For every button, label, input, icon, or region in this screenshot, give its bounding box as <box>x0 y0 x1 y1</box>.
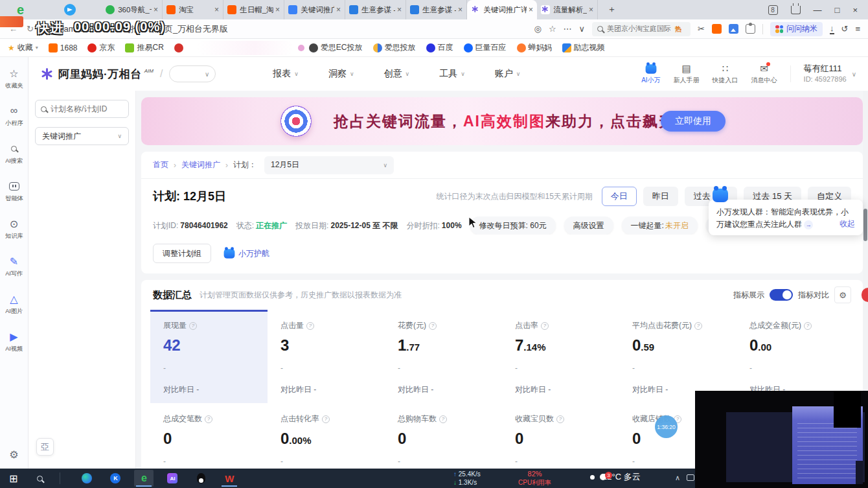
bookmark-star-icon[interactable]: ☆ <box>549 24 556 34</box>
theme-skin-icon[interactable] <box>791 6 801 14</box>
ai-assistant-button[interactable]: 问问纳米 <box>770 22 823 36</box>
taskbar-app-qq[interactable] <box>191 470 211 487</box>
bookmark-aisi-ec[interactable]: 爱思EC投放 <box>309 42 363 53</box>
bookmark-juliang[interactable]: 巨量百应 <box>464 42 507 53</box>
bookmark-1688[interactable]: 1688 <box>49 43 78 52</box>
plan-search-input[interactable] <box>51 104 123 113</box>
bookmark-aisi[interactable]: 爱思投放 <box>373 42 416 53</box>
taskbar-app-wps[interactable]: W <box>220 470 239 487</box>
tray-folder-icon[interactable] <box>687 474 694 481</box>
quick-entry-button[interactable]: ∷快捷入口 <box>713 63 738 85</box>
screenshot-scissors-icon[interactable]: ✂ <box>698 24 705 34</box>
tab-close-icon[interactable]: × <box>589 5 593 14</box>
tab-taobao[interactable]: 淘宝× <box>163 0 223 19</box>
range-yesterday[interactable]: 昨日 <box>643 187 678 206</box>
tab-close-icon[interactable]: × <box>529 5 533 14</box>
metric-card-cvr[interactable]: 点击转化率? 0.00% - 对比昨日 - <box>268 403 385 469</box>
product-select[interactable]: 关键词推广 ∨ <box>35 127 129 145</box>
timer-badge[interactable]: 1:36:20 <box>655 415 678 438</box>
tab-close-icon[interactable]: × <box>397 5 402 14</box>
sidebar-item-agent[interactable]: 智能体 <box>5 180 24 203</box>
bookmark-unlabeled[interactable] <box>174 43 186 52</box>
metric-card-ctr[interactable]: 点击率? 7.14% - 对比昨日 - <box>502 310 619 403</box>
nav-creative[interactable]: 创意∨ <box>384 68 410 80</box>
metric-card-cost[interactable]: 花费(元)? 1.77 - 对比昨日 - <box>385 310 502 403</box>
sidebar-item-ai-writing[interactable]: ✎AI写作 <box>5 255 23 278</box>
pip-video-overlay[interactable] <box>695 391 868 488</box>
taskbar-search-icon[interactable] <box>37 472 43 484</box>
download-icon[interactable]: ↓ <box>830 24 834 34</box>
capture-icon[interactable] <box>729 24 738 34</box>
breadcrumb-section[interactable]: 关键词推广 <box>181 159 220 170</box>
brand-logo[interactable]: 阿里妈妈·万相台 AIM / ∨ <box>40 65 216 82</box>
minimize-button[interactable]: — <box>814 5 822 15</box>
bookmark-chanmama[interactable]: 蝉妈妈 <box>517 42 552 53</box>
maximize-button[interactable]: □ <box>835 5 840 15</box>
tab-sycm-1[interactable]: 生意参谋 - 零× <box>345 0 406 19</box>
metric-card-impressions[interactable]: 展现量? 42 - 对比昨日 - <box>150 310 268 403</box>
tab-close-icon[interactable]: × <box>214 5 219 14</box>
new-tab-button[interactable]: ＋ <box>607 4 616 16</box>
tab-sycm-2[interactable]: 生意参谋 - 零× <box>406 0 467 19</box>
metric-card-total-gmv[interactable]: 总成交金额(元)? 0.00 - 对比昨日 - <box>737 310 854 403</box>
bookmark-lizhi-video[interactable]: 励志视频 <box>562 42 605 53</box>
range-today[interactable]: 今日 <box>602 187 637 206</box>
settings-gear-icon[interactable]: ⚙ <box>9 448 18 461</box>
tab-360-nav[interactable]: 360导航_一个× <box>102 0 163 19</box>
chevron-down-icon[interactable]: ∨ <box>579 24 586 34</box>
quick-search-box[interactable]: 美团京小淘宝庭国际 热 <box>592 22 691 36</box>
sidebar-item-ai-video[interactable]: ▶AI视频 <box>5 331 23 353</box>
metric-settings-button[interactable]: ⚙ <box>834 286 851 303</box>
xiaowan-guard-button[interactable]: 小万护航 <box>223 248 269 259</box>
tab-traffic-analysis[interactable]: 流量解析_万相× <box>537 0 598 19</box>
tab-birthday-hat[interactable]: 生日帽_淘宝搜× <box>223 0 284 19</box>
message-center-button[interactable]: ✉消息中心 <box>751 63 777 85</box>
extensions-icon[interactable] <box>746 24 755 34</box>
weather-widget[interactable]: 3 12°C 多云 <box>597 471 641 483</box>
sidebar-item-knowledge[interactable]: ⊙知识库 <box>5 218 24 240</box>
plan-search-box[interactable] <box>35 100 129 118</box>
tab-close-icon[interactable]: × <box>275 5 280 14</box>
tab-close-icon[interactable]: × <box>458 5 463 14</box>
tray-expand-icon[interactable]: ∧ <box>675 474 680 482</box>
banner-cta-button[interactable]: 立即使用 <box>661 111 725 132</box>
metric-card-orders[interactable]: 总成交笔数? 0 - 对比昨日 - <box>150 403 268 469</box>
metric-card-carts[interactable]: 总购物车数? 0 - 对比昨日 - <box>385 403 502 469</box>
metric-display-toggle[interactable] <box>770 289 793 301</box>
game-center-icon[interactable] <box>712 24 722 34</box>
more-icon[interactable]: ⋯ <box>564 24 572 34</box>
bookmark-jd[interactable]: 京东 <box>87 42 115 53</box>
user-account[interactable]: 莓有红111 ID: 45927896 ∨ <box>804 64 856 84</box>
bookmark-baidu[interactable]: 百度 <box>426 42 453 53</box>
collapse-link[interactable]: 收起 <box>839 218 855 230</box>
browser-logo-icon[interactable]: e <box>17 3 24 16</box>
bookmark-favorites[interactable]: ★收藏▾ <box>8 42 38 53</box>
ai-xiaowan-button[interactable]: AI小万 <box>641 63 660 85</box>
refresh-icon[interactable]: ↻ <box>27 24 34 34</box>
floating-widget[interactable]: 亞 <box>36 438 54 456</box>
tab-count-badge[interactable]: 8 <box>768 5 778 15</box>
nav-tools[interactable]: 工具∨ <box>439 68 465 80</box>
menu-icon[interactable]: ≡ <box>855 24 860 34</box>
taskbar-app-edge[interactable] <box>77 470 97 487</box>
nav-reports[interactable]: 报表∨ <box>273 68 299 80</box>
sidebar-item-favorites[interactable]: ☆收藏夹 <box>5 67 24 90</box>
messenger-icon[interactable] <box>64 4 76 16</box>
metric-card-avg-cpc[interactable]: 平均点击花费(元)? 0.59 - 对比昨日 - <box>619 310 737 403</box>
history-icon[interactable]: ↺ <box>841 24 849 34</box>
advanced-settings-button[interactable]: 高级设置 <box>564 216 613 235</box>
tab-keyword-detail-active[interactable]: 关键词推广详情× <box>467 0 537 19</box>
nav-account[interactable]: 账户∨ <box>495 68 521 80</box>
metric-card-clicks[interactable]: 点击量? 3 - 对比昨日 - <box>268 310 385 403</box>
windows-start-icon[interactable]: ⊞ <box>9 472 17 485</box>
taskbar-app-k[interactable]: K <box>106 470 125 487</box>
close-button[interactable]: × <box>852 5 858 15</box>
adjust-plan-group-button[interactable]: 调整计划组 <box>153 244 211 263</box>
taskbar-app-ai[interactable]: AI <box>163 470 182 487</box>
version-select[interactable]: ∨ <box>169 65 216 82</box>
plan-select[interactable]: 12月5日∨ <box>264 156 394 174</box>
bookmark-tuiyi[interactable]: 推易CR <box>125 42 163 53</box>
tab-keyword-promo[interactable]: 关键词推广× <box>284 0 345 19</box>
sidebar-item-ai-image[interactable]: △AI图片 <box>5 293 23 316</box>
metric-card-item-favs[interactable]: 收藏宝贝数? 0 - 对比昨日 - <box>502 403 619 469</box>
